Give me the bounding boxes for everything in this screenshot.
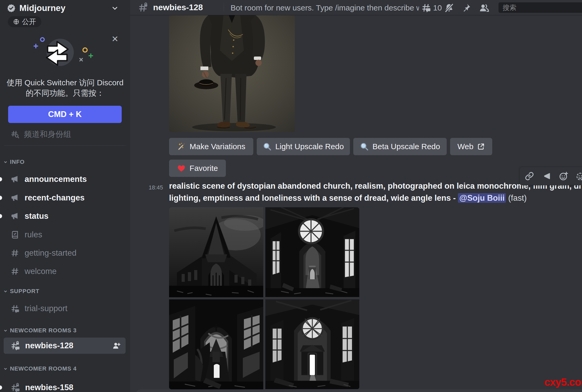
chevron-down-icon [3,160,8,164]
header-divider [224,3,224,12]
verified-badge-icon [7,4,16,13]
sidebar-item-newbies-128[interactable]: newbies-128 [4,338,126,354]
channel-name: getting-started [25,248,76,258]
magic-wand-icon [177,142,186,151]
channel-name: trial-support [25,304,68,313]
cmd-k-shortcut-button[interactable]: CMD + K [8,106,122,123]
threads-count: 10 [433,3,442,12]
quick-switcher-text-line1: 使用 Quick Switcher 访问 Discord [0,77,130,88]
forward-icon[interactable] [540,169,553,183]
hash-chat-icon [10,304,19,313]
light-upscale-redo-button[interactable]: Light Upscale Redo [257,138,350,155]
megaphone-icon [10,212,19,221]
hash-lock-icon [138,2,148,14]
grid-image-2[interactable] [265,207,359,297]
channel-name: welcome [25,267,57,276]
browse-channels-icon [10,130,19,139]
channel-name: recent-changes [25,193,85,203]
grid-image-4[interactable] [265,299,359,389]
sidebar-item-status[interactable]: status [0,210,130,222]
button-label: Favorite [189,164,218,173]
public-server-badge: 公开 [8,16,41,27]
channel-name: newbies-128 [25,341,73,350]
generated-image-grid[interactable] [169,207,359,389]
create-invite-icon[interactable] [112,341,121,350]
grid-image-3[interactable] [169,299,263,389]
channel-title: newbies-128 [153,3,203,12]
pinned-messages-icon[interactable] [460,2,472,14]
magnifier-icon [263,142,272,151]
button-label: Beta Upscale Redo [372,142,440,151]
quick-switcher-illustration [29,33,98,74]
megaphone-icon [10,175,19,184]
sidebar-item-recent-changes[interactable]: recent-changes [0,192,130,204]
magnifier-icon [360,142,369,151]
public-badge-label: 公开 [22,17,36,26]
message-area: Make Variations Light Upscale Redo Beta … [130,15,582,392]
discord-app: Midjourney 公开 ✕ [0,0,582,392]
external-link-icon [477,143,485,150]
sidebar-item-welcome[interactable]: welcome [0,265,130,277]
notifications-muted-icon[interactable] [443,2,455,14]
channel-name: status [25,211,48,221]
chevron-down-icon [3,366,8,371]
unread-dot [0,196,2,200]
server-header[interactable]: Midjourney [7,3,65,13]
message-timestamp: 18:45 [141,184,163,191]
close-icon[interactable]: ✕ [111,34,119,44]
channels-and-roles-label: 频道和身份组 [24,129,71,140]
sidebar-item-getting-started[interactable]: getting-started [0,247,130,259]
sidebar-item-newbies-158[interactable]: newbies-158 [0,382,130,392]
add-super-reaction-icon[interactable] [574,169,582,183]
watermark: cxy5.com [544,376,582,388]
chevron-down-icon [3,328,8,333]
category-label: NEWCOMER ROOMS 4 [10,365,77,372]
server-dropdown-chevron-icon[interactable] [111,4,119,13]
megaphone-icon [10,193,19,202]
category-support[interactable]: SUPPORT [3,288,40,295]
upscaled-image-attachment[interactable] [169,15,295,132]
favorite-button[interactable]: Favorite [169,160,226,177]
category-newcomer-rooms-4[interactable]: NEWCOMER ROOMS 4 [3,365,77,372]
button-label: Web [457,142,473,151]
button-label: Light Upscale Redo [275,142,344,151]
channel-topic[interactable]: Bot room for new users. Type /imagine th… [231,3,419,12]
sidebar-item-rules[interactable]: rules [0,229,130,241]
hash-lock-chat-icon [10,383,20,392]
web-button[interactable]: Web [450,138,492,155]
member-list-icon[interactable] [478,2,490,14]
beta-upscale-redo-button[interactable]: Beta Upscale Redo [353,138,447,155]
message-actions-toolbar [519,167,582,185]
sidebar-item-announcements[interactable]: announcements [0,173,130,185]
rules-book-icon [10,230,19,239]
globe-icon [13,19,19,25]
unread-dot [0,385,2,390]
category-label: INFO [10,159,25,165]
copy-link-icon[interactable] [523,169,536,183]
add-reaction-icon[interactable] [557,169,570,183]
channels-and-roles-item[interactable]: 频道和身份组 [0,128,130,140]
category-info[interactable]: INFO [3,159,25,165]
fast-mode-suffix: (fast) [508,193,527,203]
button-label: Make Variations [190,142,245,151]
channel-name: rules [25,230,42,239]
channel-sidebar: Midjourney 公开 ✕ [0,0,130,392]
category-label: NEWCOMER ROOMS 3 [10,327,77,334]
prompt-line-2: lighting, emptiness and loneliness with … [169,192,527,204]
hash-icon [10,267,19,276]
quick-switcher-text-line2: 的不同功能。只需按： [0,88,130,99]
sidebar-divider [4,145,126,146]
category-newcomer-rooms-3[interactable]: NEWCOMER ROOMS 3 [3,327,77,334]
sidebar-item-trial-support[interactable]: trial-support [0,303,130,315]
heart-icon [177,164,186,173]
search-input[interactable] [499,2,582,13]
threads-icon[interactable] [420,2,432,14]
grid-image-1[interactable] [169,207,263,297]
prompt-line-2-text: lighting, emptiness and loneliness with … [169,193,456,203]
user-mention[interactable]: @Soju Boiii [458,193,506,203]
channel-name: newbies-158 [25,383,73,392]
hash-icon [10,249,19,257]
message-composer[interactable] [135,389,582,392]
unread-dot [0,177,2,181]
make-variations-button[interactable]: Make Variations [169,138,253,155]
